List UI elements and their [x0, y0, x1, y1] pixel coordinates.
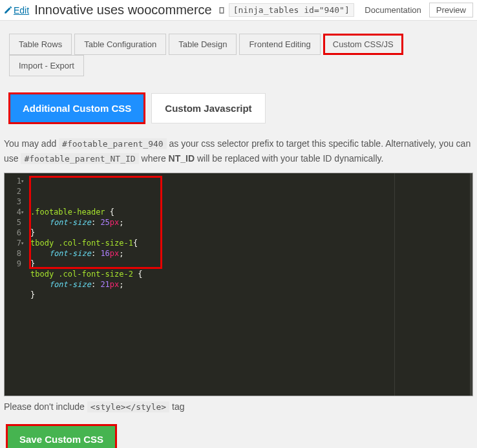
- description-text: You may add #footable_parent_940 as your…: [1, 136, 476, 173]
- edit-link[interactable]: Edit: [4, 5, 29, 16]
- note-text: Please don't include <style></style> tag: [1, 396, 476, 421]
- selector-code-2: #footable_parent_NT_ID: [21, 153, 138, 164]
- subtab-custom-js[interactable]: Custom Javascript: [151, 93, 265, 123]
- tab-frontend-editing[interactable]: Frontend Editing: [239, 34, 320, 55]
- documentation-link[interactable]: Documentation: [365, 5, 421, 15]
- copy-icon[interactable]: [217, 6, 226, 15]
- page-title: Innovative uses woocommerce: [34, 3, 212, 17]
- edit-link-label: Edit: [14, 5, 29, 16]
- shortcode-text[interactable]: [ninja_tables id="940"]: [229, 3, 354, 17]
- pencil-icon: [4, 6, 12, 14]
- subtab-custom-css[interactable]: Additional Custom CSS: [9, 93, 145, 123]
- selector-code-1: #footable_parent_940: [59, 138, 167, 149]
- editor-code[interactable]: .footable-header { font-size: 25px;}tbod…: [26, 173, 472, 396]
- tab-table-rows[interactable]: Table Rows: [9, 34, 72, 55]
- save-button[interactable]: Save Custom CSS: [6, 425, 116, 448]
- tab-table-configuration[interactable]: Table Configuration: [74, 34, 166, 55]
- tab-import-export[interactable]: Import - Export: [9, 55, 84, 76]
- preview-button[interactable]: Preview: [429, 3, 473, 17]
- editor-scrollbar[interactable]: [470, 173, 472, 396]
- tab-nav: Table Rows Table Configuration Table Des…: [1, 34, 476, 76]
- style-tag-code: <style></style>: [87, 401, 169, 412]
- tab-custom-css-js[interactable]: Custom CSS/JS: [323, 34, 403, 55]
- css-editor[interactable]: 1▾234▾567▾89 .footable-header { font-siz…: [4, 173, 473, 396]
- tab-table-design[interactable]: Table Design: [169, 34, 237, 55]
- editor-ruler: [394, 173, 395, 396]
- editor-gutter: 1▾234▾567▾89: [5, 173, 26, 396]
